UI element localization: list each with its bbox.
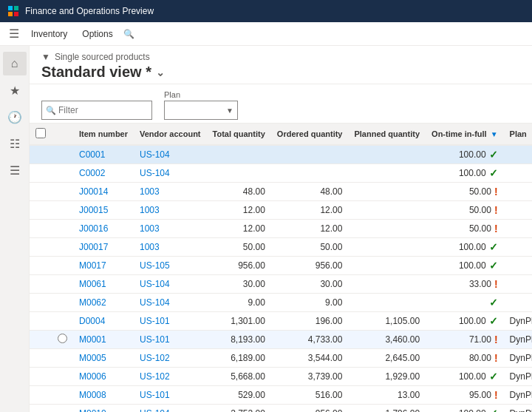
- row-checkbox-cell: [30, 238, 52, 257]
- filter-input[interactable]: [41, 101, 152, 120]
- table-container[interactable]: Item number Vendor account Total quantit…: [30, 124, 532, 412]
- ontime-filter-icon[interactable]: ▼: [491, 130, 498, 138]
- row-total-quantity: 12.00: [207, 201, 271, 220]
- row-planned-quantity: [348, 145, 426, 164]
- row-vendor-account[interactable]: US-101: [134, 386, 207, 405]
- sidebar: ⌂ ★ 🕐 ☷ ☰: [0, 46, 30, 412]
- row-item-number[interactable]: M0010: [73, 405, 134, 413]
- row-item-number[interactable]: M0006: [73, 368, 134, 386]
- row-item-number[interactable]: J00014: [73, 183, 134, 201]
- row-ordered-quantity: 516.00: [271, 386, 349, 405]
- menu-options[interactable]: Options: [76, 26, 118, 42]
- row-item-number[interactable]: M0005: [73, 349, 134, 368]
- row-ordered-quantity: 12.00: [271, 201, 349, 220]
- row-total-quantity: 48.00: [207, 183, 271, 201]
- filter-breadcrumb-icon: ▼: [41, 52, 50, 62]
- table-row[interactable]: M0006US-1025,668.003,739.001,929.00100.0…: [30, 368, 532, 386]
- row-total-quantity: 8,193.00: [207, 331, 271, 349]
- ontime-value: 100.00: [459, 371, 486, 382]
- row-ontime: 100.00✓: [426, 312, 504, 330]
- row-radio-cell: [52, 145, 73, 164]
- view-dropdown-icon[interactable]: ⌄: [156, 67, 165, 78]
- row-radio-cell: [52, 238, 73, 257]
- row-vendor-account[interactable]: 1003: [134, 201, 207, 220]
- row-planned-quantity: 13.00: [348, 386, 426, 405]
- row-item-number[interactable]: C0002: [73, 164, 134, 183]
- table-row[interactable]: J00016100312.0012.0050.00!: [30, 220, 532, 238]
- row-vendor-account[interactable]: US-104: [134, 145, 207, 164]
- row-item-number[interactable]: J00016: [73, 220, 134, 238]
- table-row[interactable]: J00015100312.0012.0050.00!: [30, 201, 532, 220]
- row-checkbox-cell: [30, 257, 52, 275]
- row-checkbox-cell: [30, 368, 52, 386]
- row-vendor-account[interactable]: 1003: [134, 183, 207, 201]
- table-row[interactable]: M0010US-1042,752.00956.001,796.00100.00✓…: [30, 405, 532, 413]
- table-row[interactable]: M0005US-1026,189.003,544.002,645.0080.00…: [30, 349, 532, 368]
- table-row[interactable]: C0002US-104100.00✓: [30, 164, 532, 183]
- select-all-checkbox[interactable]: [35, 128, 46, 138]
- menu-inventory[interactable]: Inventory: [25, 26, 73, 42]
- row-vendor-account[interactable]: US-104: [134, 405, 207, 413]
- table-row[interactable]: M0017US-105956.00956.00100.00✓: [30, 257, 532, 275]
- row-plan: DynPlan: [504, 405, 532, 413]
- search-icon[interactable]: 🔍: [122, 27, 137, 41]
- sidebar-modules-icon[interactable]: ☰: [3, 158, 27, 182]
- filter-group: 🔍: [41, 101, 152, 120]
- ontime-value: 100.00: [459, 260, 486, 271]
- row-item-number[interactable]: M0008: [73, 386, 134, 405]
- table-row[interactable]: M0008US-101529.00516.0013.0095.00!DynPla…: [30, 386, 532, 405]
- row-ordered-quantity: [271, 164, 349, 183]
- sidebar-workspaces-icon[interactable]: ☷: [3, 132, 27, 155]
- row-vendor-account[interactable]: US-104: [134, 275, 207, 294]
- row-item-number[interactable]: J00015: [73, 201, 134, 220]
- table-row[interactable]: M0062US-1049.009.00✓: [30, 294, 532, 312]
- sidebar-favorites-icon[interactable]: ★: [3, 78, 27, 102]
- menu-bar: ☰ Inventory Options 🔍: [0, 22, 532, 46]
- row-vendor-account[interactable]: US-105: [134, 257, 207, 275]
- row-checkbox-cell: [30, 312, 52, 331]
- hamburger-icon[interactable]: ☰: [6, 24, 22, 44]
- row-ontime: ✓: [426, 294, 504, 311]
- row-vendor-account[interactable]: US-104: [134, 164, 207, 183]
- row-radio[interactable]: [58, 334, 67, 343]
- row-vendor-account[interactable]: US-102: [134, 368, 207, 386]
- row-vendor-account[interactable]: US-102: [134, 349, 207, 368]
- status-icon: ✓: [489, 297, 498, 308]
- app-container: ⌂ ★ 🕐 ☷ ☰ ▼ Single sourced products Stan…: [0, 46, 532, 412]
- sidebar-recent-icon[interactable]: 🕐: [3, 105, 27, 129]
- table-row[interactable]: D0004US-1011,301.00196.001,105.00100.00✓…: [30, 312, 532, 331]
- row-total-quantity: 5,668.00: [207, 368, 271, 386]
- filter-row: 🔍 Plan DynPlan ▼: [30, 84, 532, 124]
- row-vendor-account[interactable]: 1003: [134, 220, 207, 238]
- status-icon: !: [494, 186, 498, 197]
- row-vendor-account[interactable]: US-101: [134, 331, 207, 349]
- row-item-number[interactable]: D0004: [73, 312, 134, 331]
- status-icon: ✓: [489, 371, 498, 382]
- row-vendor-account[interactable]: US-104: [134, 294, 207, 312]
- sidebar-home-icon[interactable]: ⌂: [3, 52, 27, 75]
- table-row[interactable]: J00014100348.0048.0050.00!: [30, 183, 532, 201]
- table-row[interactable]: M0001US-1018,193.004,733.003,460.0071.00…: [30, 331, 532, 349]
- table-row[interactable]: C0001US-104100.00✓: [30, 145, 532, 164]
- title-bar: Finance and Operations Preview: [0, 0, 532, 22]
- row-item-number[interactable]: M0001: [73, 331, 134, 349]
- row-vendor-account[interactable]: 1003: [134, 238, 207, 257]
- row-plan: [504, 238, 532, 257]
- row-item-number[interactable]: M0017: [73, 257, 134, 275]
- row-ordered-quantity: 30.00: [271, 275, 349, 294]
- row-item-number[interactable]: M0062: [73, 294, 134, 312]
- table-row[interactable]: M0061US-10430.0030.0033.00!: [30, 275, 532, 294]
- row-item-number[interactable]: M0061: [73, 275, 134, 294]
- row-total-quantity: [207, 164, 271, 183]
- row-ontime: 100.00✓: [426, 146, 504, 163]
- row-item-number[interactable]: C0001: [73, 145, 134, 164]
- row-plan: [504, 275, 532, 294]
- row-ontime: 100.00✓: [426, 257, 504, 274]
- row-vendor-account[interactable]: US-101: [134, 312, 207, 331]
- plan-select[interactable]: DynPlan: [164, 101, 238, 120]
- table-row[interactable]: J00017100350.0050.00100.00✓: [30, 238, 532, 257]
- row-radio-cell: [52, 183, 73, 201]
- status-icon: ✓: [489, 241, 498, 253]
- row-item-number[interactable]: J00017: [73, 238, 134, 257]
- row-planned-quantity: 2,645.00: [348, 349, 426, 368]
